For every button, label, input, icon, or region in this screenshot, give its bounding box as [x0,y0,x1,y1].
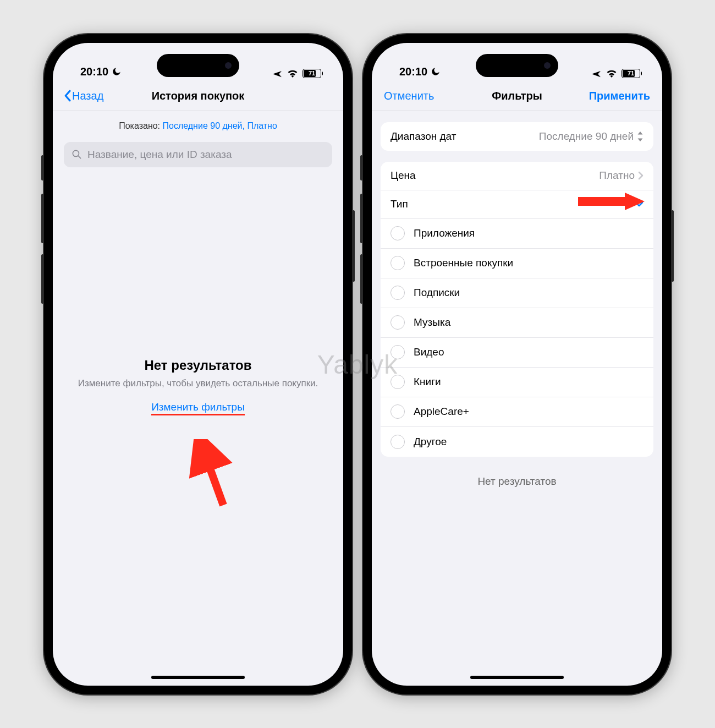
search-input-wrap[interactable] [64,142,332,167]
type-option-other[interactable]: Другое [381,427,653,457]
dnd-moon-icon [431,67,441,76]
type-option-books[interactable]: Книги [381,368,653,397]
airplane-icon [591,69,602,78]
nav-header: Отменить Фильтры Применить [372,81,662,111]
radio-icon [391,226,405,240]
svg-line-2 [203,449,223,505]
nav-header: Назад История покупок [53,81,343,111]
no-results-footer: Нет результатов [372,457,662,506]
phone-left: 20:10 71 Назад История покупок Показано:… [44,34,352,694]
type-option-subs[interactable]: Подписки [381,278,653,308]
shown-filters-link[interactable]: Последние 90 дней, Платно [163,121,277,130]
status-time: 20:10 [80,65,108,78]
sort-updown-icon [637,132,644,141]
price-row[interactable]: Цена Платно [381,162,653,190]
power-button [352,210,355,282]
radio-icon [391,315,405,330]
power-button [671,210,674,282]
battery-icon: 71 [302,69,321,78]
dnd-moon-icon [112,67,122,76]
type-option-inapp[interactable]: Встроенные покупки [381,249,653,278]
empty-title: Нет результатов [69,358,327,373]
back-button[interactable]: Назад [64,90,103,102]
type-option-applecare[interactable]: AppleCare+ [381,397,653,427]
empty-state: Нет результатов Измените фильтры, чтобы … [53,358,343,413]
home-indicator[interactable] [151,676,245,679]
radio-icon [391,435,405,449]
ringer-switch [360,155,363,180]
dynamic-island [157,54,239,77]
svg-line-1 [78,156,80,158]
radio-icon [391,404,405,419]
radio-icon [391,345,405,359]
chevron-right-icon [638,171,644,180]
wifi-icon [606,69,617,78]
ringer-switch [41,155,44,180]
radio-icon [391,286,405,300]
search-icon [72,149,82,160]
search-input[interactable] [87,149,324,161]
radio-icon [391,256,405,270]
cancel-button[interactable]: Отменить [384,90,434,102]
shown-filters-label: Показано: Последние 90 дней, Платно [53,111,343,139]
page-title: Фильтры [492,90,542,102]
date-range-row[interactable]: Диапазон дат Последние 90 дней [381,122,653,151]
home-indicator[interactable] [470,676,564,679]
type-option-apps[interactable]: Приложения [381,219,653,249]
change-filters-link[interactable]: Изменить фильтры [151,401,245,415]
dynamic-island [476,54,558,77]
airplane-icon [272,69,283,78]
volume-down [360,254,363,304]
page-title: История покупок [152,90,245,102]
annotation-arrow-left [188,439,237,511]
status-time: 20:10 [399,65,427,78]
battery-icon: 71 [622,69,640,78]
type-option-music[interactable]: Музыка [381,308,653,338]
radio-icon [391,375,405,389]
type-option-video[interactable]: Видео [381,338,653,368]
phone-right: 20:10 71 Отменить Фильтры Применить Диап… [363,34,671,694]
volume-up [41,194,44,243]
annotation-arrow-right [575,190,647,212]
apply-button[interactable]: Применить [589,90,650,102]
volume-up [360,194,363,243]
empty-subtitle: Измените фильтры, чтобы увидеть остальны… [69,377,327,390]
wifi-icon [287,69,298,78]
chevron-left-icon [64,90,71,102]
volume-down [41,254,44,304]
